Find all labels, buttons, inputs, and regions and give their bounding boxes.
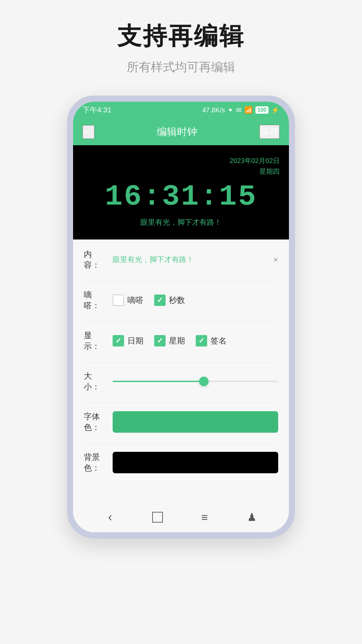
size-row: 大小： — [84, 371, 278, 392]
message-icon: ✉ — [236, 106, 242, 114]
chime-unchecked-item[interactable]: 嘀嗒 — [113, 294, 143, 306]
chime-checked-label: 秒数 — [169, 295, 185, 306]
nav-menu-button[interactable]: ≡ — [195, 507, 215, 527]
phone-frame: 下午4:31 47.8K/s ✦ ✉ 📶 100 ⚡ ← 编辑时钟 保存 202… — [67, 96, 295, 538]
settings-panel: 内容： × 嘀嗒： 嘀嗒 秒数 — [73, 239, 289, 502]
clock-time: 16:31:15 — [82, 180, 280, 213]
content-row: 内容： × — [84, 249, 278, 270]
nav-accessibility-button[interactable]: ♟ — [242, 507, 262, 527]
chime-checkbox-unchecked[interactable] — [113, 294, 124, 306]
nav-home-button[interactable] — [147, 507, 168, 527]
display-sign-label: 签名 — [210, 335, 227, 346]
bg-color-label: 背景色： — [84, 452, 107, 473]
back-button[interactable]: ← — [82, 125, 95, 139]
display-week-label: 星期 — [169, 335, 185, 346]
battery-indicator: 100 — [255, 106, 268, 114]
save-button[interactable]: 保存 — [259, 125, 280, 139]
slider-fill — [113, 381, 204, 382]
clock-date: 2023年02月02日 星期四 — [82, 155, 280, 177]
app-bar-title: 编辑时钟 — [157, 125, 197, 139]
status-icons: 47.8K/s ✦ ✉ 📶 100 ⚡ — [202, 106, 280, 114]
chime-row: 嘀嗒： 嘀嗒 秒数 — [84, 289, 278, 311]
display-sign-item[interactable]: 签名 — [196, 335, 227, 346]
font-color-button[interactable] — [113, 411, 278, 433]
nav-back-button[interactable]: ‹ — [100, 507, 120, 527]
bluetooth-icon: ✦ — [228, 106, 233, 114]
nav-back-icon: ‹ — [108, 510, 112, 524]
nav-menu-icon: ≡ — [201, 511, 208, 524]
bg-color-button[interactable] — [113, 452, 278, 473]
clock-motto: 眼里有光，脚下才有路！ — [82, 217, 280, 227]
font-color-row: 字体色： — [84, 411, 278, 433]
divider-4 — [84, 403, 278, 403]
charging-icon: ⚡ — [271, 106, 280, 114]
wifi-icon: 📶 — [244, 106, 253, 114]
status-time: 下午4:31 — [82, 105, 112, 115]
slider-thumb[interactable] — [199, 377, 208, 386]
chime-checkbox-checked[interactable] — [154, 294, 166, 306]
divider-2 — [84, 322, 278, 322]
status-bar: 下午4:31 47.8K/s ✦ ✉ 📶 100 ⚡ — [73, 102, 289, 118]
clear-content-button[interactable]: × — [273, 255, 278, 265]
display-date-checkbox[interactable] — [113, 335, 124, 346]
nav-home-icon — [152, 512, 163, 523]
size-label: 大小： — [84, 371, 107, 392]
chime-seconds-item[interactable]: 秒数 — [154, 294, 185, 306]
display-week-checkbox[interactable] — [154, 335, 166, 346]
divider-1 — [84, 281, 278, 281]
clock-date-text: 2023年02月02日 — [82, 155, 280, 166]
display-date-label: 日期 — [127, 335, 143, 346]
clock-weekday-text: 星期四 — [82, 166, 280, 177]
network-speed: 47.8K/s — [202, 106, 225, 114]
page-title: 支持再编辑 — [117, 20, 245, 52]
app-bar: ← 编辑时钟 保存 — [73, 118, 289, 145]
slider-track — [113, 381, 278, 382]
display-row: 显示： 日期 星期 签名 — [84, 330, 278, 352]
size-slider[interactable] — [113, 375, 278, 388]
bottom-nav: ‹ ≡ ♟ — [73, 502, 289, 532]
chime-checkboxes: 嘀嗒 秒数 — [113, 294, 278, 306]
chime-unchecked-label: 嘀嗒 — [127, 295, 143, 306]
phone-inner: 下午4:31 47.8K/s ✦ ✉ 📶 100 ⚡ ← 编辑时钟 保存 202… — [73, 102, 289, 532]
nav-accessibility-icon: ♟ — [247, 511, 257, 524]
page-header: 支持再编辑 所有样式均可再编辑 — [117, 20, 245, 75]
divider-3 — [84, 362, 278, 363]
display-week-item[interactable]: 星期 — [154, 335, 185, 346]
clock-preview: 2023年02月02日 星期四 16:31:15 眼里有光，脚下才有路！ — [73, 145, 289, 239]
display-date-item[interactable]: 日期 — [113, 335, 143, 346]
page-subtitle: 所有样式均可再编辑 — [117, 59, 245, 75]
content-label: 内容： — [84, 249, 107, 270]
divider-5 — [84, 443, 278, 444]
bg-color-row: 背景色： — [84, 452, 278, 473]
content-input[interactable] — [113, 255, 268, 264]
chime-label: 嘀嗒： — [84, 289, 107, 311]
display-checkboxes: 日期 星期 签名 — [113, 335, 278, 346]
display-sign-checkbox[interactable] — [196, 335, 207, 346]
display-label: 显示： — [84, 330, 107, 352]
font-color-label: 字体色： — [84, 411, 107, 433]
